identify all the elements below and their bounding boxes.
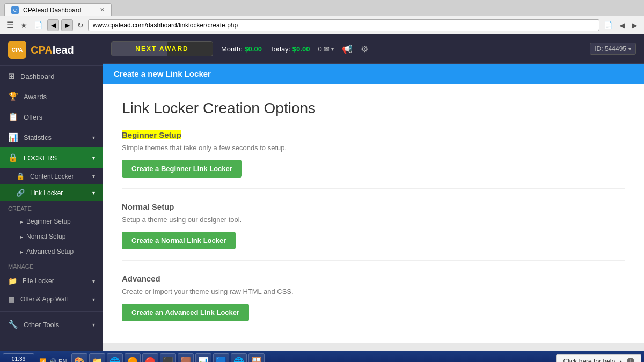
nav-reload-icon[interactable]: 📄 [602, 20, 615, 31]
taskbar-item-7[interactable]: 🟫 [178, 353, 194, 362]
logo-lead: lead [53, 44, 74, 56]
normal-chevron-icon: ▸ [20, 234, 23, 240]
main-content: Create a new Link Locker Link Locker Cre… [103, 64, 644, 351]
sidebar-content-locker-label: Content Locker [30, 173, 74, 180]
file-locker-chevron-icon: ▾ [92, 278, 95, 284]
nav-back2-button[interactable]: ◀ [617, 20, 627, 31]
app-header: NEXT AWARD Month: $0.00 Today: $0.00 0 ✉… [103, 34, 644, 64]
sidebar-sub-item-normal[interactable]: ▸ Normal Setup [0, 229, 103, 244]
nav-forward-button[interactable]: ▶ [61, 19, 73, 31]
awards-icon: 🏆 [8, 92, 18, 101]
content-locker-chevron-icon: ▾ [92, 173, 95, 179]
nav-menu-button[interactable]: ☰ [4, 19, 16, 31]
content-body: Link Locker Creation Options Beginner Se… [103, 84, 644, 343]
tab-close-icon[interactable]: ✕ [100, 6, 105, 13]
sidebar-nav-item-statistics[interactable]: 📊 Statistics ▾ [0, 127, 103, 147]
content-locker-icon: 🔒 [16, 172, 25, 180]
advanced-section-desc: Create or import your theme using raw HT… [122, 287, 625, 295]
create-advanced-button[interactable]: Create an Advanced Link Locker [122, 304, 249, 321]
sidebar: CPA CPAlead ⊞ Dashboard 🏆 Awards 📋 Offer… [0, 34, 103, 351]
sidebar-link-locker-label: Link Locker [30, 189, 63, 197]
sidebar-logo: CPA CPAlead [0, 34, 103, 66]
user-id-chevron-icon: ▾ [628, 46, 631, 52]
create-beginner-button[interactable]: Create a Beginner Link Locker [122, 160, 242, 178]
lockers-icon: 🔒 [8, 153, 18, 162]
sidebar-nav-item-offers[interactable]: 📋 Offers [0, 107, 103, 127]
setup-section-advanced: Advanced Create or import your theme usi… [122, 274, 625, 321]
taskbar-sys-area: 📶 🔊 EN [36, 358, 70, 363]
beginner-section-desc: Simple themes that take only a few secon… [122, 144, 625, 152]
app-container: CPA CPAlead ⊞ Dashboard 🏆 Awards 📋 Offer… [0, 34, 644, 351]
notification-icon-btn[interactable]: 📢 [342, 44, 353, 54]
statistics-icon: 📊 [8, 132, 18, 142]
sidebar-sub-item-advanced[interactable]: ▸ Advanced Setup [0, 244, 103, 259]
sidebar-stats-label: Statistics [24, 134, 52, 142]
taskbar-item-1[interactable]: 🎨 [71, 353, 87, 362]
create-section-label: Create [0, 201, 103, 214]
nav-back-button[interactable]: ◀ [47, 19, 59, 31]
help-bar[interactable]: Click here for help ▲ i [556, 354, 641, 362]
volume-icon: 🔊 [49, 358, 56, 363]
logo-icon: CPA [8, 41, 26, 59]
sidebar-nav-item-content-locker[interactable]: 🔒 Content Locker ▾ [0, 168, 103, 184]
sidebar-lockers-label: LOCKERS [24, 154, 57, 162]
taskbar-time: 01:36 [12, 356, 25, 362]
help-text: Click here for help [563, 358, 615, 362]
sidebar-sub-item-beginner[interactable]: ▸ Beginner Setup [0, 214, 103, 229]
nav-refresh-button[interactable]: ↻ [75, 20, 86, 31]
signal-icon: 📶 [39, 358, 47, 363]
offers-icon: 📋 [8, 112, 18, 122]
taskbar-item-5[interactable]: 🔴 [142, 353, 158, 362]
next-award-bar: NEXT AWARD [111, 41, 213, 56]
logo-cpa: CPA [31, 44, 53, 56]
sidebar-nav-item-other-tools[interactable]: 🔧 Other Tools ▾ [0, 314, 103, 335]
taskbar-item-6[interactable]: ⬛ [160, 353, 176, 362]
nav-forward2-button[interactable]: ▶ [630, 20, 640, 31]
logo-text: CPAlead [31, 44, 74, 56]
url-bar[interactable] [88, 19, 599, 31]
settings-icon-btn[interactable]: ⚙ [361, 44, 368, 54]
taskbar-item-8[interactable]: 📊 [195, 353, 211, 362]
sidebar-nav-item-file-locker[interactable]: 📁 File Locker ▾ [0, 272, 103, 290]
normal-section-desc: Setup a theme using our designer tool. [122, 216, 625, 224]
mail-area[interactable]: 0 ✉ ▾ [318, 45, 333, 53]
page-main-title: Link Locker Creation Options [122, 100, 625, 117]
taskbar-item-2[interactable]: 📁 [89, 353, 105, 362]
taskbar-item-10[interactable]: 🌐 [231, 353, 247, 362]
link-locker-chevron-icon: ▾ [92, 190, 95, 196]
user-id-label: ID: 544495 [595, 45, 626, 53]
help-expand-icon: ▲ [618, 359, 624, 363]
month-stat: Month: $0.00 [221, 45, 262, 53]
advanced-chevron-icon: ▸ [20, 249, 23, 255]
today-label: Today: [270, 45, 290, 53]
other-tools-chevron-icon: ▾ [92, 322, 95, 328]
today-amount: $0.00 [292, 45, 310, 53]
sidebar-nav-item-dashboard[interactable]: ⊞ Dashboard [0, 66, 103, 86]
setup-section-beginner: Beginner Setup Simple themes that take o… [122, 130, 625, 189]
sidebar-awards-label: Awards [24, 93, 47, 101]
taskbar-item-3[interactable]: 🌐 [107, 353, 123, 362]
sidebar-nav-item-link-locker[interactable]: 🔗 Link Locker ▾ [0, 184, 103, 201]
nav-star-button[interactable]: ★ [18, 20, 30, 31]
offer-app-wall-chevron-icon: ▾ [92, 297, 95, 302]
browser-chrome: C CPAlead Dashboard ✕ ☰ ★ 📄 ◀ ▶ ↻ 📄 ◀ ▶ [0, 0, 644, 34]
taskbar-item-9[interactable]: 🟦 [213, 353, 229, 362]
offer-app-wall-icon: ▦ [8, 295, 15, 304]
beginner-title-text: Beginner Setup [122, 130, 181, 139]
taskbar-item-4[interactable]: 🟠 [125, 353, 141, 362]
nav-page-button[interactable]: 📄 [32, 20, 45, 31]
dashboard-icon: ⊞ [8, 71, 15, 81]
user-id-badge[interactable]: ID: 544495 ▾ [590, 43, 636, 55]
browser-tab[interactable]: C CPAlead Dashboard ✕ [4, 3, 112, 16]
sidebar-nav-item-lockers[interactable]: 🔒 LOCKERS ▾ [0, 147, 103, 168]
sidebar-nav-item-awards[interactable]: 🏆 Awards [0, 86, 103, 107]
taskbar-item-11[interactable]: 🪟 [248, 353, 265, 362]
sidebar-nav-item-offer-app-wall[interactable]: ▦ Offer & App Wall ▾ [0, 290, 103, 308]
sidebar-item-label: Dashboard [20, 72, 55, 80]
page-header-bar: Create a new Link Locker [103, 64, 644, 84]
normal-section-title: Normal Setup [122, 202, 625, 211]
month-amount: $0.00 [244, 45, 262, 53]
tab-label: CPAlead Dashboard [23, 6, 82, 14]
create-normal-button[interactable]: Create a Normal Link Locker [122, 232, 236, 249]
taskbar-clock: 01:36 17/08/2015 [3, 353, 34, 362]
